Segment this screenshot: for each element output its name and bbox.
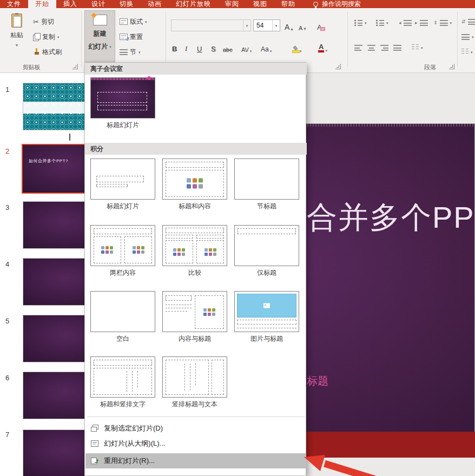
format-painter-label: 格式刷 xyxy=(42,48,62,57)
grow-font-button[interactable]: A▴ xyxy=(285,21,293,31)
bullets-button[interactable]: ▾ xyxy=(353,17,368,29)
italic-button[interactable]: I xyxy=(185,42,187,53)
layout-cell-title-and-content[interactable]: 标题和内容 xyxy=(162,158,227,211)
numbering-button[interactable]: ▾ xyxy=(374,17,390,29)
clipboard-dialog-launcher[interactable] xyxy=(72,64,78,69)
tab-transitions[interactable]: 切换 xyxy=(113,0,141,8)
text-shadow-button[interactable]: S xyxy=(211,42,216,53)
tab-slideshow[interactable]: 幻灯片放映 xyxy=(169,0,218,8)
duplicate-slides-icon xyxy=(90,425,99,432)
character-spacing-button[interactable]: AV▾ xyxy=(241,42,252,53)
tab-home[interactable]: 开始 xyxy=(28,0,56,8)
tab-design[interactable]: 设计 xyxy=(84,0,113,8)
reuse-slides-menuitem[interactable]: 重用幻灯片(R)... xyxy=(85,453,306,468)
layout-cell-picture-with-caption[interactable]: 图片与标题 xyxy=(234,291,299,343)
tab-review[interactable]: 审阅 xyxy=(218,0,246,8)
change-case-button[interactable]: Aa▾ xyxy=(261,42,272,53)
menuitem-label: 重用幻灯片(R)... xyxy=(104,456,155,466)
align-center-button[interactable] xyxy=(366,42,377,54)
layout-cell-title-slide[interactable]: 标题幻灯片 xyxy=(90,158,155,211)
font-size-combobox[interactable]: 54 ▾ xyxy=(253,19,280,31)
tab-view[interactable]: 视图 xyxy=(246,0,274,8)
line-spacing-button[interactable]: ⇕▾ xyxy=(432,17,453,29)
align-right-button[interactable] xyxy=(379,42,390,54)
group-separator xyxy=(457,11,458,67)
duplicate-selected-slides-menuitem[interactable]: 复制选定幻灯片(D) xyxy=(85,421,306,436)
new-slide-label-line2: 幻灯片 xyxy=(88,42,108,51)
paragraph-group-label: 段落 xyxy=(411,63,449,71)
text-direction-button[interactable]: ⇵ xyxy=(460,16,475,28)
strikethrough-button[interactable]: abc xyxy=(223,42,233,53)
indent-lines-icon xyxy=(404,19,412,26)
slide-title[interactable]: 合并多个PP xyxy=(307,197,475,239)
tab-file[interactable]: 文件 xyxy=(0,0,28,8)
font-name-combobox[interactable]: ▾ xyxy=(171,19,251,31)
columns-button[interactable]: ▾ xyxy=(410,42,425,54)
format-painter-button[interactable]: 格式刷 xyxy=(31,46,63,58)
align-text-icon xyxy=(461,34,470,40)
shrink-font-button[interactable]: A▾ xyxy=(299,21,306,31)
new-slide-button[interactable]: 新建 幻灯片 ▾ xyxy=(84,10,115,62)
justify-button[interactable] xyxy=(392,42,403,54)
reset-icon: ↺ xyxy=(120,34,128,40)
copy-icon xyxy=(33,33,40,41)
layout-cell-comparison[interactable]: 比较 xyxy=(162,225,227,277)
tab-animations[interactable]: 动画 xyxy=(141,0,169,8)
layout-cell-two-content[interactable]: 两栏内容 xyxy=(90,225,155,277)
slide-number-2: 2 xyxy=(5,147,9,155)
layout-cell-blank[interactable]: 空白 xyxy=(90,291,155,343)
layout-label: 版式 xyxy=(130,17,143,27)
reset-button[interactable]: ↺ 重置 xyxy=(118,31,144,43)
underline-button[interactable]: U xyxy=(197,42,202,53)
new-slide-gallery-dropdown: 离子会议室 标题幻灯片 积分 标题幻灯片 xyxy=(84,62,306,476)
paragraph-dialog-launcher[interactable] xyxy=(449,64,454,69)
justify-icon xyxy=(393,44,401,51)
chevron-down-icon: ▾ xyxy=(145,20,147,24)
picture-placeholder xyxy=(237,294,296,318)
tab-help[interactable]: 帮助 xyxy=(274,0,302,8)
layout-button[interactable]: 版式 ▾ xyxy=(118,16,149,28)
convert-smartart-button[interactable]: ▾ xyxy=(460,46,474,58)
layout-cell-title-only[interactable]: 仅标题 xyxy=(234,225,299,277)
layout-cell-title-and-vertical-text[interactable]: 标题和竖排文字 xyxy=(90,356,155,409)
cut-button[interactable]: ✂ 剪切 xyxy=(31,16,56,28)
paste-label: 粘贴 xyxy=(10,31,23,40)
layout-label: 图片与标题 xyxy=(234,334,299,343)
indent-left-arrow-icon: ◂ xyxy=(399,21,401,25)
align-text-button[interactable]: ▾ xyxy=(460,31,475,43)
underline-glyph: U xyxy=(197,45,202,53)
cut-label: 剪切 xyxy=(41,17,54,27)
copy-button[interactable]: 复制 ▾ xyxy=(31,31,61,43)
layout-cell-vertical-title-and-text[interactable]: 竖排标题与文本 xyxy=(162,356,227,409)
text-highlight-button[interactable]: ▾ xyxy=(292,42,302,53)
section-button[interactable]: 节 ▾ xyxy=(118,46,142,58)
tell-me-search[interactable]: 操作说明搜索 xyxy=(313,0,361,8)
layout-label: 标题和竖排文字 xyxy=(90,400,155,409)
layout-label: 节标题 xyxy=(234,202,299,211)
group-separator xyxy=(81,11,82,67)
align-left-button[interactable] xyxy=(353,42,364,54)
tab-insert[interactable]: 插入 xyxy=(56,0,84,8)
layout-cell-content-with-caption[interactable]: 内容与标题 xyxy=(162,291,227,343)
chevron-down-icon: ▾ xyxy=(300,49,302,53)
slides-from-outline-menuitem[interactable]: 幻灯片(从大纲)(L)... xyxy=(85,436,306,451)
font-color-button[interactable]: A▾ xyxy=(318,42,327,52)
font-dialog-launcher[interactable] xyxy=(335,64,341,69)
bold-button[interactable]: B xyxy=(172,42,177,53)
slides-from-outline-icon xyxy=(90,440,99,447)
powerpoint-window: 文件 开始 插入 设计 切换 动画 幻灯片放映 审阅 视图 帮助 操作说明搜索 … xyxy=(0,0,475,476)
spacing-lines-icon xyxy=(440,19,448,26)
scissors-icon: ✂ xyxy=(33,18,39,25)
decrease-indent-button[interactable]: ◂ xyxy=(397,17,413,29)
chevron-down-icon: ▾ xyxy=(450,21,452,25)
layout-cell-ion-title-slide[interactable]: 标题幻灯片 xyxy=(90,77,155,130)
lightbulb-icon xyxy=(313,2,318,6)
layout-label: 标题和内容 xyxy=(162,202,227,211)
slide-subtitle-placeholder[interactable]: 标题 xyxy=(307,374,328,388)
clear-formatting-button[interactable]: A xyxy=(317,21,322,31)
paste-button[interactable]: 粘贴 ▼ xyxy=(4,11,29,61)
layout-label: 空白 xyxy=(90,334,155,343)
increase-indent-button[interactable]: ▸ xyxy=(413,17,430,29)
chevron-down-icon: ▾ xyxy=(270,49,272,53)
layout-cell-section-header[interactable]: 节标题 xyxy=(234,158,299,211)
